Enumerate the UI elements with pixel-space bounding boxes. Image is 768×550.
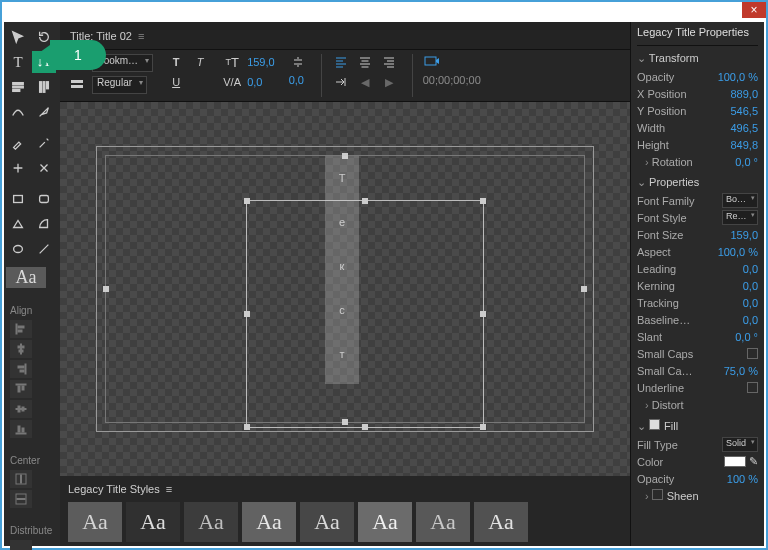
ellipse-tool[interactable] (6, 238, 30, 260)
slant-label: Slant (637, 331, 662, 343)
align-top[interactable] (10, 380, 32, 398)
kerning-value[interactable]: 0,0 (247, 76, 262, 88)
style-swatch-1[interactable]: Aa (126, 502, 180, 542)
eyedropper-tool[interactable] (6, 132, 30, 154)
font-size-value[interactable]: 159,0 (247, 56, 275, 68)
baseline-value[interactable]: 0,0 (743, 314, 758, 326)
text-bounding-box[interactable] (246, 200, 484, 428)
panel-menu-icon[interactable]: ≡ (138, 30, 144, 42)
prev-icon[interactable]: ◀ (356, 74, 374, 90)
height-value[interactable]: 849,8 (730, 139, 758, 151)
style-swatch-7[interactable]: Aa (474, 502, 528, 542)
small-caps-size-label: Small Ca… (637, 365, 693, 377)
fill-section[interactable]: Fill (637, 419, 758, 433)
fill-opacity-label: Opacity (637, 473, 674, 485)
rounded-rect-tool[interactable] (32, 188, 56, 210)
width-value[interactable]: 496,5 (730, 122, 758, 134)
tracking-value[interactable]: 0,0 (743, 297, 758, 309)
leading-value-prop[interactable]: 0,0 (743, 263, 758, 275)
title-tab: Title: Title 02 ≡ (60, 22, 630, 50)
next-icon[interactable]: ▶ (380, 74, 398, 90)
align-left[interactable] (10, 320, 32, 338)
fill-checkbox[interactable] (649, 419, 660, 430)
align-right[interactable] (10, 360, 32, 378)
opacity-value[interactable]: 100,0 % (718, 71, 758, 83)
vertical-area-type-tool[interactable] (32, 76, 56, 98)
style-swatch-2[interactable]: Aa (184, 502, 238, 542)
styles-menu-icon[interactable]: ≡ (166, 483, 172, 495)
rotation-value[interactable]: 0,0 ° (735, 156, 758, 168)
aspect-value[interactable]: 100,0 % (718, 246, 758, 258)
fill-type-select[interactable]: Solid (722, 437, 758, 452)
fill-opacity-value[interactable]: 100 % (727, 473, 758, 485)
svg-rect-26 (22, 428, 24, 432)
distort-label[interactable]: Distort (637, 399, 684, 411)
align-vcenter[interactable] (10, 400, 32, 418)
eyedropper-icon[interactable]: ✎ (749, 455, 758, 468)
align-right-icon[interactable] (380, 54, 398, 70)
style-swatch-4[interactable]: Aa (300, 502, 354, 542)
sheen-label[interactable]: Sheen (637, 489, 699, 502)
kerning-value-prop[interactable]: 0,0 (743, 280, 758, 292)
selection-tool[interactable] (6, 26, 30, 48)
style-swatch-3[interactable]: Aa (242, 502, 296, 542)
kerning-label: Kerning (637, 280, 675, 292)
center-horizontal[interactable] (10, 470, 32, 488)
options-bar: Bookm… Regular T T U (60, 50, 630, 102)
properties-section[interactable]: Properties (637, 176, 758, 189)
area-type-tool[interactable] (6, 76, 30, 98)
font-family-select-mini[interactable]: Bo… (722, 193, 758, 208)
wedge-tool[interactable] (6, 213, 30, 235)
svg-rect-18 (16, 384, 26, 385)
small-caps-size-value[interactable]: 75,0 % (724, 365, 758, 377)
ypos-value[interactable]: 546,5 (730, 105, 758, 117)
font-style-select[interactable]: Regular (92, 76, 147, 94)
pen-tool[interactable] (32, 101, 56, 123)
styles-row: AaAaAaAaAaAaAaAa (68, 502, 622, 542)
toolbox: T ↓T (4, 22, 60, 546)
arc-tool[interactable] (32, 213, 56, 235)
align-hcenter[interactable] (10, 340, 32, 358)
style-swatch-6[interactable]: Aa (416, 502, 470, 542)
path-type-tool[interactable] (6, 101, 30, 123)
svg-rect-22 (18, 406, 20, 412)
close-button[interactable]: × (742, 2, 766, 18)
delete-anchor-tool[interactable] (32, 157, 56, 179)
italic-icon[interactable]: T (191, 54, 209, 70)
style-swatch-5[interactable]: Aa (358, 502, 412, 542)
sheen-checkbox[interactable] (652, 489, 663, 500)
align-left-icon[interactable] (332, 54, 350, 70)
fill-color-swatch[interactable] (724, 456, 746, 467)
leading-value[interactable]: 0,0 (289, 74, 304, 86)
vertical-text[interactable]: Т е к с т (325, 156, 359, 384)
color-picker-tool[interactable] (32, 132, 56, 154)
align-bottom[interactable] (10, 420, 32, 438)
annotation-callout-1: 1 (50, 40, 106, 70)
current-style-swatch[interactable]: Aa (6, 267, 46, 288)
slant-value[interactable]: 0,0 ° (735, 331, 758, 343)
app-inner: T ↓T (4, 22, 764, 546)
font-size-value-prop[interactable]: 159,0 (730, 229, 758, 241)
type-tool[interactable]: T (6, 51, 30, 73)
svg-rect-34 (425, 57, 436, 65)
line-tool[interactable] (32, 238, 56, 260)
align-center-icon[interactable] (356, 54, 374, 70)
tab-icon[interactable] (332, 74, 350, 90)
font-style-select-mini[interactable]: Re… (722, 210, 758, 225)
rotation-label[interactable]: Rotation (637, 156, 693, 168)
style-swatch-0[interactable]: Aa (68, 502, 122, 542)
underline-icon[interactable]: U (167, 74, 185, 90)
small-caps-checkbox[interactable] (747, 348, 758, 359)
canvas[interactable]: Т е к с т (60, 102, 630, 476)
show-video-icon[interactable] (423, 54, 441, 70)
add-anchor-tool[interactable] (6, 157, 30, 179)
roll-crawl-icon[interactable] (68, 77, 86, 93)
underline-checkbox[interactable] (747, 382, 758, 393)
distribute-1[interactable] (10, 540, 32, 550)
xpos-value[interactable]: 889,0 (730, 88, 758, 100)
bold-icon[interactable]: T (167, 54, 185, 70)
rectangle-tool[interactable] (6, 188, 30, 210)
svg-rect-4 (43, 82, 45, 93)
center-vertical[interactable] (10, 490, 32, 508)
transform-section[interactable]: Transform (637, 52, 758, 65)
